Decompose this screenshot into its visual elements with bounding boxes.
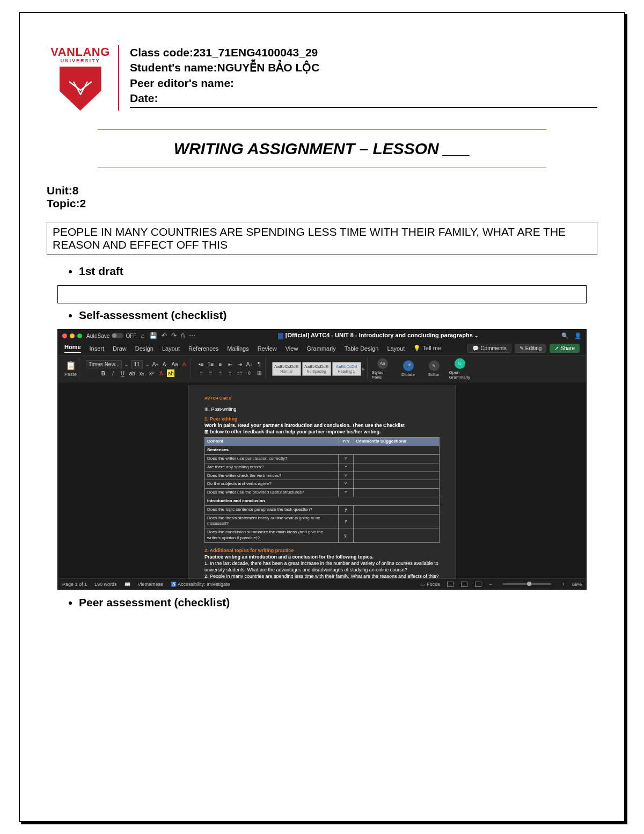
borders-icon[interactable]: ⊞: [255, 369, 263, 377]
view-read-icon[interactable]: [461, 582, 467, 587]
tab-insert[interactable]: Insert: [90, 345, 105, 352]
cell-suggestion: [354, 528, 440, 543]
cell-suggestion: [354, 480, 440, 489]
bold-icon[interactable]: B: [99, 369, 107, 377]
tab-references[interactable]: References: [188, 345, 218, 352]
window-controls[interactable]: [62, 333, 82, 338]
print-icon[interactable]: ⎙: [181, 332, 185, 339]
align-center-icon[interactable]: ≡: [207, 369, 215, 377]
editing-button[interactable]: ✎ Editing: [515, 344, 547, 353]
strike-icon[interactable]: ab: [128, 369, 136, 377]
paragraph-group: •≡ 1≡ ≡ ⇤ ⇥ A↓ ¶ ≡ ≡ ≡ ≡ ↕≡ ◊ ⊞: [195, 358, 266, 380]
font-name-select[interactable]: Times New...: [86, 360, 122, 368]
minimize-icon[interactable]: [70, 333, 75, 338]
increase-font-icon[interactable]: A+: [152, 361, 159, 368]
tab-mailings[interactable]: Mailings: [227, 345, 248, 352]
align-left-icon[interactable]: ≡: [197, 369, 205, 377]
style-no-spacing[interactable]: AaBbCcDdENo Spacing: [302, 362, 331, 376]
bullet-list: Peer assessment (checklist): [79, 596, 597, 609]
vanlang-logo: VANLANG UNIVERSITY: [47, 45, 119, 111]
sort-icon[interactable]: A↓: [246, 361, 253, 368]
tab-layout[interactable]: Layout: [162, 345, 180, 352]
paragraph-mark-icon[interactable]: ¶: [255, 361, 263, 368]
underline-icon[interactable]: U: [119, 369, 126, 377]
clear-format-icon[interactable]: A̶: [181, 361, 188, 368]
grammarly-icon: G: [455, 358, 465, 369]
tab-grammarly[interactable]: Grammarly: [306, 345, 335, 352]
view-web-icon[interactable]: [475, 582, 481, 587]
dictate-button[interactable]: 🎤Dictate: [398, 360, 419, 377]
more-icon[interactable]: ⋯: [189, 332, 195, 339]
editor-button[interactable]: ✎Editor: [423, 360, 445, 377]
tab-view[interactable]: View: [286, 345, 298, 352]
comments-label: Comments: [480, 345, 506, 351]
decrease-font-icon[interactable]: A-: [162, 361, 169, 368]
zoom-in-icon[interactable]: +: [562, 582, 565, 587]
assignment-title: WRITING ASSIGNMENT – LESSON ___: [98, 140, 546, 158]
multilevel-list-icon[interactable]: ≡: [217, 361, 224, 368]
tab-layout2[interactable]: Layout: [387, 345, 405, 352]
close-icon[interactable]: [62, 333, 67, 338]
th-sug: Comments/ Suggestions: [354, 438, 440, 446]
comments-button[interactable]: 💬 Comments: [467, 344, 511, 353]
style-heading1[interactable]: AaBbCcDdHeading 1: [332, 362, 361, 376]
share-button[interactable]: ↗ Share: [550, 344, 580, 353]
status-access[interactable]: ♿ Accessibility: Investigate: [171, 582, 230, 587]
home-icon[interactable]: ⌂: [141, 332, 144, 339]
tab-table-design[interactable]: Table Design: [345, 345, 379, 352]
toggle-icon[interactable]: [112, 333, 123, 338]
line-spacing-icon[interactable]: ↕≡: [236, 369, 244, 377]
tab-home[interactable]: Home: [64, 344, 81, 353]
grammarly-button[interactable]: GOpen Grammarly: [449, 358, 471, 380]
tab-design[interactable]: Design: [135, 345, 153, 352]
justify-icon[interactable]: ≡: [226, 369, 234, 377]
tab-draw[interactable]: Draw: [113, 345, 127, 352]
tab-review[interactable]: Review: [258, 345, 277, 352]
bullet-list-icon[interactable]: •≡: [197, 361, 205, 368]
cell-content: Does the writer use the provided useful …: [205, 489, 339, 497]
maximize-icon[interactable]: [77, 333, 82, 338]
status-page[interactable]: Page 1 of 1: [62, 582, 87, 587]
user-icon[interactable]: 👤: [574, 332, 582, 339]
style-normal[interactable]: AaBbCcDdENormal: [272, 362, 301, 376]
highlight-icon[interactable]: ab: [167, 369, 174, 377]
indent-icon[interactable]: ⇥: [236, 361, 244, 368]
redo-icon[interactable]: ↷: [171, 332, 177, 339]
autosave-toggle[interactable]: AutoSave OFF: [86, 333, 136, 339]
undo-icon[interactable]: ↶: [162, 332, 167, 339]
font-color-icon[interactable]: A: [157, 369, 165, 377]
editing-label: Editing: [525, 345, 542, 351]
cell-content: Does the writer check the verb tenses?: [205, 472, 339, 480]
doc-page: AVTC4 Unit 8 III. Post-writing 1. Peer e…: [188, 386, 456, 578]
zoom-out-icon[interactable]: −: [489, 582, 492, 587]
tellme[interactable]: 💡 Tell me: [413, 345, 441, 352]
status-spellcheck-icon[interactable]: 📖: [125, 582, 130, 587]
outdent-icon[interactable]: ⇤: [226, 361, 234, 368]
paste-icon[interactable]: 📋: [65, 360, 76, 371]
zoom-slider[interactable]: [503, 583, 551, 585]
status-lang[interactable]: Vietnamese: [138, 582, 163, 587]
word-app-screenshot: AutoSave OFF ⌂ 💾 ↶ ↷ ⎙ ⋯ [Official] AVTC…: [57, 329, 587, 590]
number-list-icon[interactable]: 1≡: [207, 361, 215, 368]
shading-icon[interactable]: ◊: [246, 369, 253, 377]
cell-suggestion: [354, 454, 440, 463]
subscript-icon[interactable]: x₂: [138, 369, 145, 377]
cell-yn: Y: [339, 480, 354, 489]
search-icon[interactable]: 🔍: [561, 332, 569, 339]
styles-more-icon[interactable]: ▸: [362, 366, 365, 372]
doc-h2: 2. Additional topics for writing practic…: [204, 547, 440, 554]
align-right-icon[interactable]: ≡: [217, 369, 224, 377]
status-focus[interactable]: ▭ Focus: [420, 582, 440, 587]
status-words[interactable]: 190 words: [94, 582, 117, 587]
zoom-level[interactable]: 89%: [572, 582, 582, 587]
doc-canvas[interactable]: AVTC4 Unit 8 III. Post-writing 1. Peer e…: [58, 382, 586, 578]
doc-p1a: Work in pairs. Read your partner's intro…: [204, 422, 440, 429]
font-size-select[interactable]: 11: [131, 360, 142, 368]
autosave-state: OFF: [126, 333, 136, 339]
change-case-icon[interactable]: Aa: [171, 361, 179, 368]
styles-pane-button[interactable]: AaStyles Pane: [372, 358, 393, 380]
superscript-icon[interactable]: x²: [148, 369, 155, 377]
view-print-icon[interactable]: [447, 582, 453, 587]
save-icon[interactable]: 💾: [149, 332, 157, 339]
italic-icon[interactable]: I: [109, 369, 116, 377]
